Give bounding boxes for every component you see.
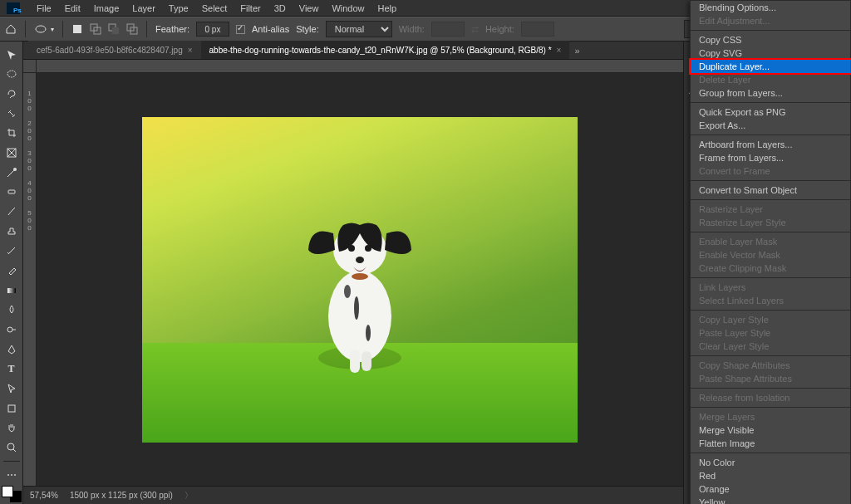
ctx-clear-layer-style: Clear Layer Style	[691, 340, 850, 353]
document-tab-0[interactable]: cef5-6ad0-493f-9e50-b8f6c4828407.jpg×	[28, 41, 201, 59]
move-tool[interactable]	[2, 46, 22, 64]
ctx-release-from-isolation: Release from Isolation	[691, 391, 850, 404]
eraser-tool[interactable]	[2, 262, 22, 280]
vertical-ruler: 100200300400500	[23, 73, 37, 486]
ctx-no-color[interactable]: No Color	[691, 456, 850, 469]
ctx-frame-from-layers[interactable]: Frame from Layers...	[691, 151, 850, 164]
tools-panel: T ⋯	[0, 42, 23, 504]
pen-tool[interactable]	[2, 340, 22, 359]
ctx-convert-to-frame: Convert to Frame	[691, 164, 850, 178]
ctx-convert-to-smart-object[interactable]: Convert to Smart Object	[691, 183, 850, 197]
canvas-stage[interactable]	[37, 73, 683, 486]
ctx-export-as[interactable]: Export As...	[691, 119, 850, 132]
foreground-background-colors[interactable]	[2, 485, 22, 503]
horizontal-ruler	[37, 60, 683, 73]
ctx-rasterize-layer-style: Rasterize Layer Style	[691, 216, 850, 229]
height-input	[521, 22, 554, 37]
status-caret-icon[interactable]: 〉	[184, 490, 193, 502]
lasso-tool[interactable]	[2, 85, 22, 103]
ctx-red[interactable]: Red	[691, 469, 850, 482]
selection-mode-new[interactable]	[71, 23, 83, 35]
ctx-quick-export-as-png[interactable]: Quick Export as PNG	[691, 105, 850, 119]
menu-file[interactable]: File	[30, 1, 58, 16]
menu-filter[interactable]: Filter	[234, 1, 267, 16]
menu-edit[interactable]: Edit	[58, 1, 87, 16]
blur-tool[interactable]	[2, 301, 22, 320]
anti-alias-label: Anti-alias	[252, 24, 289, 34]
svg-rect-11	[8, 190, 15, 193]
crop-tool[interactable]	[2, 125, 22, 143]
svg-rect-5	[112, 27, 119, 34]
svg-point-19	[366, 325, 371, 341]
zoom-level[interactable]: 57,54%	[30, 491, 58, 500]
dodge-tool[interactable]	[2, 321, 22, 339]
ctx-blending-options[interactable]: Blending Options...	[691, 1, 850, 14]
marquee-tool[interactable]	[2, 66, 22, 84]
zoom-tool[interactable]	[2, 438, 22, 457]
path-select-tool[interactable]	[2, 379, 22, 398]
svg-rect-14	[8, 405, 15, 412]
svg-rect-12	[7, 288, 16, 293]
ctx-yellow[interactable]: Yellow	[691, 496, 850, 504]
svg-point-24	[348, 245, 355, 252]
document-tab-1[interactable]: abbe-the-dog-running-towards-the-candy_t…	[201, 41, 570, 59]
svg-point-25	[365, 245, 371, 252]
tool-preset[interactable]: ▾	[34, 22, 54, 36]
anti-alias-checkbox[interactable]	[236, 25, 245, 34]
edit-toolbar-button[interactable]: ⋯	[2, 466, 22, 484]
svg-point-0	[36, 26, 46, 32]
menu-window[interactable]: Window	[325, 1, 371, 16]
menu-3d[interactable]: 3D	[268, 1, 293, 16]
ctx-copy-css[interactable]: Copy CSS	[691, 33, 850, 46]
healing-tool[interactable]	[2, 183, 22, 202]
svg-point-27	[352, 273, 368, 280]
ctx-artboard-from-layers[interactable]: Artboard from Layers...	[691, 138, 850, 151]
brush-tool[interactable]	[2, 203, 22, 221]
selection-mode-subtract[interactable]	[108, 23, 120, 35]
svg-point-26	[356, 257, 364, 263]
gradient-tool[interactable]	[2, 281, 22, 300]
tab-overflow-icon[interactable]: »	[569, 42, 584, 59]
menu-layer[interactable]: Layer	[125, 1, 162, 16]
shape-tool[interactable]	[2, 399, 22, 418]
ctx-flatten-image[interactable]: Flatten Image	[691, 437, 850, 450]
document-dimensions: 1500 px x 1125 px (300 ppi)	[70, 491, 173, 500]
ctx-orange[interactable]: Orange	[691, 482, 850, 496]
ctx-group-from-layers[interactable]: Group from Layers...	[691, 86, 850, 100]
style-select[interactable]: Normal	[326, 21, 392, 37]
ctx-paste-layer-style: Paste Layer Style	[691, 326, 850, 340]
svg-point-13	[7, 327, 12, 332]
ctx-duplicate-layer[interactable]: Duplicate Layer...	[689, 58, 851, 75]
home-button[interactable]	[5, 23, 17, 35]
close-tab-icon[interactable]: ×	[557, 46, 562, 55]
type-tool[interactable]: T	[2, 360, 22, 379]
ctx-link-layers: Link Layers	[691, 281, 850, 294]
svg-point-18	[354, 296, 359, 320]
stamp-tool[interactable]	[2, 223, 22, 241]
hand-tool[interactable]	[2, 418, 22, 437]
workspace: cef5-6ad0-493f-9e50-b8f6c4828407.jpg× ab…	[23, 42, 683, 504]
eyedropper-tool[interactable]	[2, 164, 22, 182]
quick-select-tool[interactable]	[2, 105, 22, 123]
menu-type[interactable]: Type	[162, 1, 195, 16]
document-canvas[interactable]	[142, 117, 578, 443]
menu-view[interactable]: View	[293, 1, 326, 16]
status-bar: 57,54% 1500 px x 1125 px (300 ppi) 〉	[23, 486, 683, 504]
frame-tool[interactable]	[2, 144, 22, 162]
svg-point-8	[7, 71, 16, 77]
layer-context-menu: Blending Options...Edit Adjustment...Cop…	[690, 0, 851, 504]
feather-input[interactable]	[196, 22, 229, 37]
menu-help[interactable]: Help	[371, 1, 404, 16]
history-brush-tool[interactable]	[2, 242, 22, 261]
ctx-rasterize-layer: Rasterize Layer	[691, 203, 850, 216]
selection-mode-intersect[interactable]	[126, 23, 138, 35]
selection-mode-add[interactable]	[90, 23, 101, 35]
feather-label: Feather:	[155, 24, 189, 34]
close-tab-icon[interactable]: ×	[188, 46, 193, 55]
ctx-merge-visible[interactable]: Merge Visible	[691, 423, 850, 437]
menu-image[interactable]: Image	[87, 1, 126, 16]
menu-select[interactable]: Select	[195, 1, 234, 16]
height-label: Height:	[485, 24, 514, 34]
svg-rect-22	[362, 351, 371, 371]
canvas-area: 100200300400500	[23, 60, 683, 486]
